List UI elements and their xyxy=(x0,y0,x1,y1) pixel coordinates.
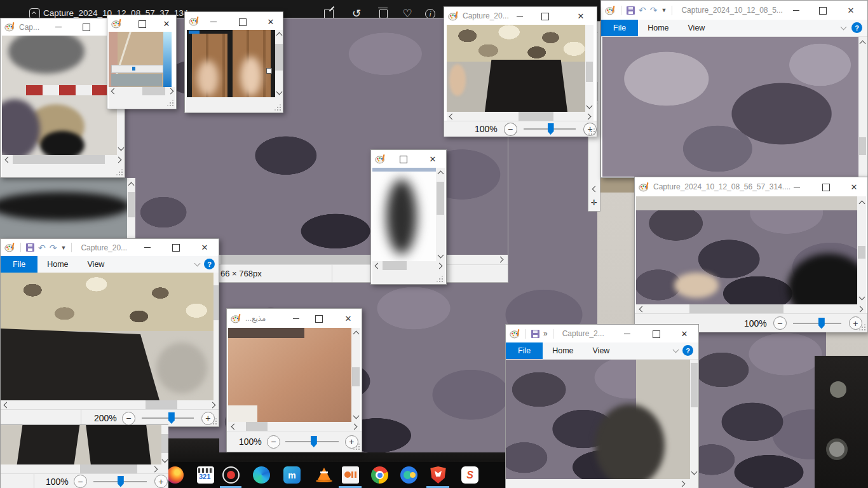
tab-view[interactable]: View xyxy=(583,342,620,359)
v-scroll-thumb[interactable] xyxy=(859,137,866,155)
h-scroll-thumb[interactable] xyxy=(689,304,783,313)
scroll-right-icon[interactable] xyxy=(116,157,122,163)
v-scrollbar[interactable] xyxy=(214,273,219,400)
tab-file[interactable]: File xyxy=(506,342,543,359)
scroll-right-icon[interactable] xyxy=(351,424,358,430)
help-button[interactable]: ? xyxy=(851,22,862,33)
ribbon-collapse-icon[interactable] xyxy=(841,24,847,30)
scroll-left-icon[interactable] xyxy=(592,186,599,193)
titlebar[interactable] xyxy=(107,15,176,32)
zoom-slider[interactable] xyxy=(524,128,576,130)
h-scrollbar[interactable] xyxy=(372,261,445,270)
maximize-button[interactable] xyxy=(815,4,831,17)
maximize-button[interactable] xyxy=(168,241,184,254)
titlebar[interactable]: » Capture_2... xyxy=(506,325,698,342)
save-icon[interactable] xyxy=(26,243,34,252)
help-button[interactable]: ? xyxy=(204,259,215,269)
v-scroll-thumb[interactable] xyxy=(128,192,135,217)
minimize-button[interactable] xyxy=(512,10,528,22)
h-scrollbar[interactable] xyxy=(506,479,698,488)
maximize-button[interactable] xyxy=(537,10,553,22)
zoom-slider-thumb[interactable] xyxy=(168,412,175,424)
undo-icon[interactable]: ↶ xyxy=(38,243,46,252)
redo-icon[interactable]: ↷ xyxy=(50,243,57,252)
h-scroll-thumb[interactable] xyxy=(146,400,177,409)
zoom-out-button[interactable]: − xyxy=(122,412,135,425)
scroll-up-icon[interactable] xyxy=(859,201,865,207)
v-scrollbar[interactable] xyxy=(690,360,698,479)
titlebar[interactable]: Cap... xyxy=(1,18,124,36)
minimize-button[interactable] xyxy=(619,328,635,340)
scroll-up-icon[interactable] xyxy=(353,331,360,337)
close-button[interactable] xyxy=(158,18,175,30)
taskbar-icon-chrome[interactable] xyxy=(371,466,388,484)
taskbar-icon-firefox[interactable] xyxy=(166,466,184,484)
qat-overflow-icon[interactable]: » xyxy=(543,329,548,338)
scroll-left-icon[interactable] xyxy=(449,114,456,120)
taskbar-icon-screen-capture-tool[interactable] xyxy=(342,466,359,484)
v-scrollbar[interactable] xyxy=(585,25,593,112)
zoom-slider[interactable] xyxy=(285,441,339,442)
scroll-down-icon[interactable] xyxy=(438,252,444,259)
v-scrollbar[interactable] xyxy=(127,178,135,238)
undo-icon[interactable]: ↶ xyxy=(639,6,646,15)
maximize-button[interactable] xyxy=(134,18,151,30)
scroll-down-icon[interactable] xyxy=(162,457,168,463)
scroll-left-icon[interactable] xyxy=(111,88,118,95)
h-scroll-thumb[interactable] xyxy=(246,422,268,431)
save-icon[interactable] xyxy=(627,6,635,15)
v-scroll-thumb[interactable] xyxy=(437,182,444,215)
taskbar-icon-vlc[interactable] xyxy=(315,466,332,484)
scroll-left-icon[interactable] xyxy=(639,306,646,313)
scroll-right-icon[interactable] xyxy=(857,306,864,313)
maximize-button[interactable] xyxy=(311,313,327,325)
scroll-right-icon[interactable] xyxy=(679,481,686,487)
close-button[interactable] xyxy=(573,10,589,22)
v-scroll-thumb[interactable] xyxy=(214,285,219,320)
scroll-right-icon[interactable] xyxy=(152,466,158,473)
titlebar[interactable] xyxy=(371,150,446,168)
help-button[interactable]: ? xyxy=(682,345,693,356)
taskbar-icon-edge[interactable] xyxy=(253,466,270,484)
scroll-down-icon[interactable] xyxy=(276,89,283,95)
zoom-in-button[interactable]: + xyxy=(154,475,168,488)
zoom-out-button[interactable]: − xyxy=(773,316,787,330)
minimize-button[interactable] xyxy=(205,16,222,28)
maximize-button[interactable] xyxy=(78,21,95,33)
h-scrollbar[interactable] xyxy=(447,112,593,121)
tab-home[interactable]: Home xyxy=(638,20,678,36)
v-scroll-thumb[interactable] xyxy=(691,363,698,407)
taskbar-icon-media-player-321[interactable]: 321 xyxy=(197,466,214,484)
zoom-slider[interactable] xyxy=(93,481,147,482)
h-scroll-thumb[interactable] xyxy=(13,155,105,164)
scroll-right-icon[interactable] xyxy=(498,257,504,263)
scroll-up-icon[interactable] xyxy=(860,41,866,47)
maximize-button[interactable] xyxy=(234,16,251,28)
v-scrollbar[interactable] xyxy=(857,196,866,304)
qat-dropdown-icon[interactable]: ▼ xyxy=(661,7,667,13)
v-scroll-thumb[interactable] xyxy=(586,62,593,82)
tab-file[interactable]: File xyxy=(1,256,37,273)
close-button[interactable] xyxy=(846,181,862,193)
maximize-button[interactable] xyxy=(818,181,834,193)
minimize-button[interactable] xyxy=(139,241,156,254)
scroll-right-icon[interactable] xyxy=(168,88,174,95)
resize-grip[interactable] xyxy=(211,419,217,424)
taskbar-icon-blue-browser[interactable] xyxy=(400,466,417,484)
minimize-button[interactable] xyxy=(789,181,805,193)
close-button[interactable] xyxy=(196,241,213,254)
zoom-slider-thumb[interactable] xyxy=(818,318,825,329)
scroll-up-icon[interactable] xyxy=(438,171,444,177)
h-scroll-thumb[interactable] xyxy=(519,112,553,121)
titlebar[interactable]: Capture_20... xyxy=(444,7,597,25)
close-button[interactable] xyxy=(262,16,279,28)
resize-grip[interactable] xyxy=(860,325,865,330)
scroll-down-icon[interactable] xyxy=(859,294,865,301)
zoom-slider-thumb[interactable] xyxy=(548,123,554,135)
ribbon-collapse-icon[interactable] xyxy=(194,261,201,267)
titlebar[interactable]: ...مذيع xyxy=(227,309,362,328)
resize-grip[interactable] xyxy=(354,444,360,450)
qat-dropdown-icon[interactable]: ▼ xyxy=(60,245,66,251)
tab-view[interactable]: View xyxy=(78,256,114,273)
v-scrollbar[interactable] xyxy=(858,37,867,177)
